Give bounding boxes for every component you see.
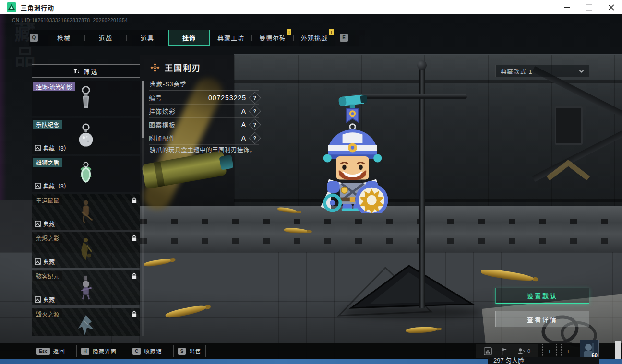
list-item-lucky-rat[interactable]: 幸运鼠鼠 典藏: [32, 194, 140, 230]
collection-badge: 典藏: [35, 295, 55, 304]
item-name-label: 乐队纪念: [33, 120, 62, 129]
hotkey-hide-ui[interactable]: H 隐藏界面: [76, 345, 121, 357]
row-label: 挂饰炫彩: [149, 106, 176, 116]
key-cap: C: [132, 348, 141, 355]
game-viewport: CN-UID:18261033321662837878_202602201554…: [0, 14, 622, 359]
collection-icon: [35, 258, 41, 265]
list-item-source-of-ruin[interactable]: 毁灭之源: [32, 308, 140, 336]
scene-crate-latch: [555, 106, 583, 145]
key-cap: H: [81, 348, 89, 355]
collection-badge: 典藏: [35, 220, 55, 228]
maximize-button[interactable]: [578, 0, 600, 14]
key-cap: Esc: [36, 348, 50, 355]
scene-chevron-mark: [545, 159, 591, 180]
divider: [149, 76, 259, 76]
view-details-button[interactable]: 查看详情: [495, 311, 589, 327]
divider: [149, 90, 259, 91]
display-stand-base: [336, 260, 480, 320]
add-slot-button[interactable]: +: [542, 344, 557, 358]
detail-row-extra-accessory: 附加配件 A ?: [149, 131, 259, 145]
scene-rail-track: [140, 206, 622, 252]
player-avatar[interactable]: 60: [580, 340, 599, 359]
help-icon[interactable]: ?: [249, 92, 261, 104]
collection-badge: 典藏: [35, 258, 55, 266]
ornament-diamond-icon: [150, 62, 160, 73]
tab-melee[interactable]: 近战: [85, 30, 126, 46]
item-name-label: 雄狮之盾: [33, 158, 62, 167]
list-item-ember-shadow[interactable]: 余烬之影 典藏: [32, 232, 140, 268]
person-icon: [517, 347, 526, 355]
filter-button[interactable]: 筛选: [32, 64, 140, 78]
maximize-icon: [586, 4, 592, 11]
item-name-label: 余烬之影: [33, 234, 62, 243]
lock-icon: [131, 310, 137, 317]
filter-label: 筛选: [83, 67, 98, 76]
list-item-liuguang[interactable]: 挂饰-流光铂影: [32, 81, 140, 116]
friend-count: 0: [527, 348, 530, 354]
row-value: A: [241, 134, 246, 142]
tab-charms[interactable]: 挂饰: [168, 30, 210, 46]
hotkey-sell[interactable]: S 出售: [173, 345, 206, 357]
collection-icon: [35, 145, 41, 151]
detail-row-serial: 编号 007253225 ?: [149, 91, 259, 105]
background-window-artifact: [615, 341, 621, 359]
background-window-fragment: 297 匀人脸: [488, 357, 599, 364]
charm-knight-figure: [302, 92, 394, 213]
hotkey-back[interactable]: Esc 返回: [32, 345, 70, 357]
detail-row-charm-finish: 挂饰炫彩 A ?: [149, 105, 259, 118]
chevron-down-icon: [578, 69, 585, 73]
lock-icon: [131, 272, 137, 280]
stats-button[interactable]: [484, 347, 492, 355]
item-title: 王国利刃: [150, 61, 201, 73]
item-name-label: 骇客纪元: [33, 271, 62, 281]
collection-badge: 典藏（3）: [35, 144, 70, 152]
row-label: 编号: [149, 93, 162, 102]
item-name-label: 挂饰-流光铂影: [33, 82, 75, 91]
collection-icon: [35, 221, 41, 227]
category-tab-bar: Q 枪械 近战 道具 挂饰 典藏工坊 曼德尔砖 外观挑战 E ! !: [29, 30, 365, 46]
item-season: 典藏-S3赛季: [150, 79, 186, 88]
flag-icon: [501, 347, 508, 355]
row-value: A: [241, 121, 246, 129]
tab-gadgets[interactable]: 道具: [127, 30, 168, 46]
tab-firearms[interactable]: 枪械: [43, 30, 84, 46]
close-button[interactable]: [600, 0, 622, 14]
list-item-band-memento[interactable]: 乐队纪念 典藏（3）: [32, 118, 140, 154]
scene-crate-groove: [234, 199, 622, 202]
lock-icon: [131, 197, 137, 204]
next-tab-key-hint: E: [340, 34, 348, 42]
detail-row-pattern-template: 图案模板 A ?: [149, 118, 259, 131]
bar-chart-icon: [484, 347, 492, 355]
item-title-text: 王国利刃: [165, 61, 201, 73]
prev-tab-key-hint: Q: [30, 34, 38, 42]
item-name-label: 幸运鼠鼠: [33, 196, 62, 205]
funnel-icon: [73, 68, 79, 74]
help-icon[interactable]: ?: [249, 105, 261, 117]
style-dropdown[interactable]: 典藏款式 1: [495, 65, 589, 77]
notification-badge: !: [287, 29, 291, 35]
scrollbar-thumb[interactable]: [142, 81, 144, 138]
row-value: 007253225: [208, 94, 246, 102]
list-item-hacker-era[interactable]: 骇客纪元 典藏: [32, 270, 140, 305]
charm-list: 挂饰-流光铂影 乐队纪念 典藏（3） 雄狮之盾: [32, 81, 140, 336]
window-titlebar: 三角洲行动: [0, 0, 622, 14]
add-slot-button[interactable]: +: [561, 344, 575, 358]
list-item-lion-shield[interactable]: 雄狮之盾 典藏（3）: [32, 156, 140, 192]
app-window: 三角洲行动: [0, 0, 622, 364]
close-icon: [608, 4, 614, 11]
window-title: 三角洲行动: [21, 3, 54, 12]
help-icon[interactable]: ?: [249, 132, 261, 144]
friends-button[interactable]: 0: [517, 347, 530, 355]
hotkey-collection-hall[interactable]: C 收藏馆: [128, 345, 167, 357]
key-cap: S: [178, 348, 186, 355]
item-description: 骁爪的玩具盒主题中的王国利刃挂饰。: [150, 145, 263, 154]
help-icon[interactable]: ?: [249, 118, 261, 130]
list-scrollbar[interactable]: [142, 81, 144, 336]
notification-badge: !: [329, 29, 334, 35]
tab-collection-workshop[interactable]: 典藏工坊: [210, 30, 251, 46]
collection-watermark: 藏品: [8, 21, 38, 71]
report-button[interactable]: [501, 347, 508, 355]
minimize-button[interactable]: [556, 0, 578, 14]
set-default-button[interactable]: 设置默认: [495, 288, 589, 304]
display-stand-ball: [417, 60, 427, 70]
